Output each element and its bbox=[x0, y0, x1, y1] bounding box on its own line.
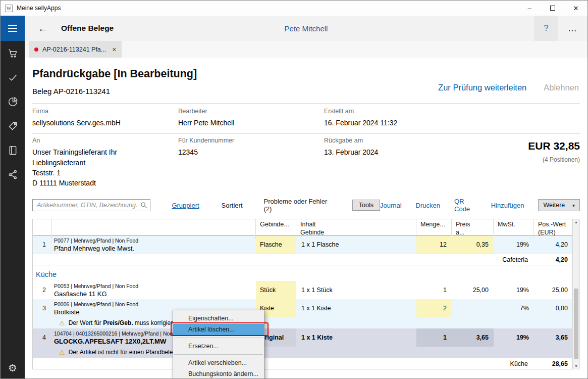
menu-item-buchungskonto-aendern[interactable]: Buchungskonto ändern... bbox=[173, 368, 264, 379]
table-row[interactable]: 1 P0077 | Mehrweg/Pfand | Non Food Pfand… bbox=[33, 235, 572, 254]
wert-cell: 25,00 bbox=[534, 281, 573, 299]
document-total: EUR 32,85 (4 Positionen) bbox=[528, 137, 580, 188]
qr-code-link[interactable]: QR Code bbox=[454, 198, 477, 213]
article-meta: 104704 | 04013265000216 | Mehrweg/Pfand … bbox=[54, 330, 186, 337]
weitere-dropdown-button[interactable]: Weitere ▾ bbox=[538, 199, 580, 211]
forward-for-review-link[interactable]: Zur Prüfung weiterleiten bbox=[438, 83, 526, 92]
mwst-cell: 19% bbox=[494, 281, 534, 299]
modified-indicator-icon bbox=[34, 48, 38, 52]
preis-cell[interactable] bbox=[452, 299, 494, 317]
menge-cell[interactable]: 2 bbox=[416, 299, 452, 317]
menu-item-artikel-verschieben[interactable]: Artikel verschieben... bbox=[173, 357, 264, 368]
row-number: 1 bbox=[33, 235, 52, 254]
sidebar-item-reports[interactable] bbox=[1, 89, 25, 114]
info-row-2: An Unser Trainingslieferant Ihr Liebling… bbox=[32, 133, 580, 193]
wert-cell: 3,65 bbox=[534, 328, 573, 347]
tab-strip: AP-0216-113241 Pfa... × bbox=[25, 41, 587, 58]
back-button[interactable]: ← bbox=[38, 23, 48, 34]
field-firma: Firma sellysolutions Serv.ges.mbH bbox=[32, 108, 178, 128]
menge-cell[interactable]: 12 bbox=[416, 235, 452, 254]
article-name: Gasflasche 11 KG bbox=[54, 290, 107, 298]
help-button[interactable]: ? bbox=[534, 16, 558, 41]
titlebar: W Meine sellyApps – ✕ bbox=[1, 1, 587, 16]
sidebar-item-cart[interactable] bbox=[1, 41, 25, 65]
article-cell: P0053 | Mehrweg/Pfand | Non Food Gasflas… bbox=[52, 281, 256, 299]
context-menu: Eigenschaften... Artikel löschen... Erse… bbox=[173, 310, 264, 379]
article-cell: P0077 | Mehrweg/Pfand | Non Food Pfand M… bbox=[52, 235, 256, 254]
close-button[interactable]: ✕ bbox=[564, 1, 587, 16]
sidebar-item-labels[interactable] bbox=[1, 114, 25, 138]
cart-icon bbox=[8, 48, 18, 59]
tab-document[interactable]: AP-0216-113241 Pfa... × bbox=[29, 41, 122, 58]
preis-cell[interactable]: 3,65 bbox=[452, 328, 494, 347]
reject-link[interactable]: Ablehnen bbox=[544, 83, 579, 92]
group-header-kueche: Küche bbox=[33, 265, 572, 281]
total-amount: EUR 32,85 bbox=[528, 140, 580, 152]
field-label: Rückgabe am bbox=[324, 137, 460, 144]
table-row[interactable]: 2 P0053 | Mehrweg/Pfand | Non Food Gasfl… bbox=[33, 281, 572, 299]
problems-filter-link[interactable]: Probleme oder Fehler (2) bbox=[264, 198, 333, 213]
scroll-up-icon[interactable]: ▲ bbox=[574, 220, 578, 224]
sidebar-item-tasks[interactable] bbox=[1, 65, 25, 89]
table-row-selected[interactable]: 4 104704 | 04013265000216 | Mehrweg/Pfan… bbox=[33, 328, 572, 347]
menu-item-ersetzen[interactable]: Ersetzen... bbox=[173, 341, 264, 352]
gebinde-cell[interactable]: Stück bbox=[256, 281, 296, 299]
maximize-button[interactable] bbox=[541, 1, 564, 16]
inhalt-cell: 1 x 1 Kiste bbox=[296, 328, 416, 347]
drucken-link[interactable]: Drucken bbox=[416, 202, 440, 209]
field-label: Firma bbox=[32, 108, 168, 115]
wert-cell: 0,00 bbox=[534, 299, 573, 317]
chevron-down-icon: ▾ bbox=[572, 203, 575, 208]
field-kundennummer: Für Kundennummer 12345 bbox=[178, 137, 324, 188]
subtotal-label: Küche bbox=[33, 358, 534, 369]
wert-cell: 4,20 bbox=[534, 235, 573, 254]
document-content: Pfandrückgabe [In Bearbeitung] Beleg AP-… bbox=[25, 58, 587, 379]
hinzufuegen-link[interactable]: Hinzufügen bbox=[491, 202, 524, 209]
app-window: W Meine sellyApps – ✕ bbox=[0, 0, 588, 379]
recipient-city: D 11111 Musterstadt bbox=[32, 178, 168, 188]
positions-toolbar: Gruppiert Sortiert Probleme oder Fehler … bbox=[32, 198, 580, 213]
table-row[interactable]: 3 P0006 | Mehrweg/Pfand | Non Food Brotk… bbox=[33, 299, 572, 317]
search-input[interactable] bbox=[32, 199, 150, 211]
search-icon[interactable] bbox=[140, 201, 148, 209]
field-label: Bearbeiter bbox=[178, 108, 314, 115]
mwst-cell: 19% bbox=[494, 328, 534, 347]
field-label: An bbox=[32, 137, 168, 144]
document-title: Pfandrückgabe [In Bearbeitung] bbox=[32, 68, 580, 80]
window-title: Meine sellyApps bbox=[17, 5, 61, 12]
vertical-scrollbar[interactable]: ▲ ▼ bbox=[572, 219, 580, 369]
table-header-row: Gebinde... InhaltGebinde Menge... Preisa… bbox=[33, 219, 572, 235]
current-user-link[interactable]: Pete Mitchell bbox=[285, 16, 328, 41]
scrollbar-thumb[interactable] bbox=[574, 289, 578, 359]
menge-cell[interactable]: 1 bbox=[416, 281, 452, 299]
sidebar-item-share[interactable] bbox=[1, 162, 25, 186]
tag-icon bbox=[8, 121, 18, 131]
warning-text: Der Artikel ist nicht für einen Pfandbel… bbox=[69, 349, 176, 356]
field-bearbeiter: Bearbeiter Herr Pete Mitchell bbox=[178, 108, 324, 128]
menu-item-artikel-loeschen[interactable]: Artikel löschen... bbox=[173, 324, 264, 335]
scrollbar-track[interactable] bbox=[573, 224, 579, 364]
menge-cell[interactable]: 1 bbox=[416, 328, 452, 347]
subtotal-label: Cafeteria bbox=[33, 254, 534, 265]
view-sortiert-link[interactable]: Sortiert bbox=[222, 202, 243, 209]
row-number: 4 bbox=[33, 328, 52, 347]
preis-cell[interactable]: 0,35 bbox=[452, 235, 494, 254]
group-subtotal-row: Cafeteria 4,20 bbox=[33, 254, 572, 265]
settings-button[interactable]: ⚙ bbox=[1, 356, 25, 379]
preis-cell[interactable]: 25,00 bbox=[452, 281, 494, 299]
sidebar-item-journal[interactable] bbox=[1, 138, 25, 162]
field-value: 16. Februar 2024 11:32 bbox=[324, 118, 460, 128]
maximize-icon bbox=[550, 6, 555, 11]
view-gruppiert-link[interactable]: Gruppiert bbox=[172, 202, 199, 209]
menu-item-eigenschaften[interactable]: Eigenschaften... bbox=[173, 313, 264, 324]
tools-button[interactable]: Tools bbox=[352, 200, 380, 211]
hamburger-menu-button[interactable] bbox=[1, 16, 25, 41]
journal-link[interactable]: Journal bbox=[380, 202, 402, 209]
article-name: Pfand Mehrweg volle Mwst. bbox=[54, 245, 134, 252]
minimize-button[interactable]: – bbox=[518, 1, 541, 16]
scroll-down-icon[interactable]: ▼ bbox=[574, 364, 578, 368]
tab-close-icon[interactable]: × bbox=[112, 45, 116, 54]
gebinde-cell[interactable]: Flasche bbox=[256, 235, 296, 254]
warning-icon: ⚠ bbox=[59, 349, 65, 356]
more-options-button[interactable]: … bbox=[558, 16, 587, 41]
